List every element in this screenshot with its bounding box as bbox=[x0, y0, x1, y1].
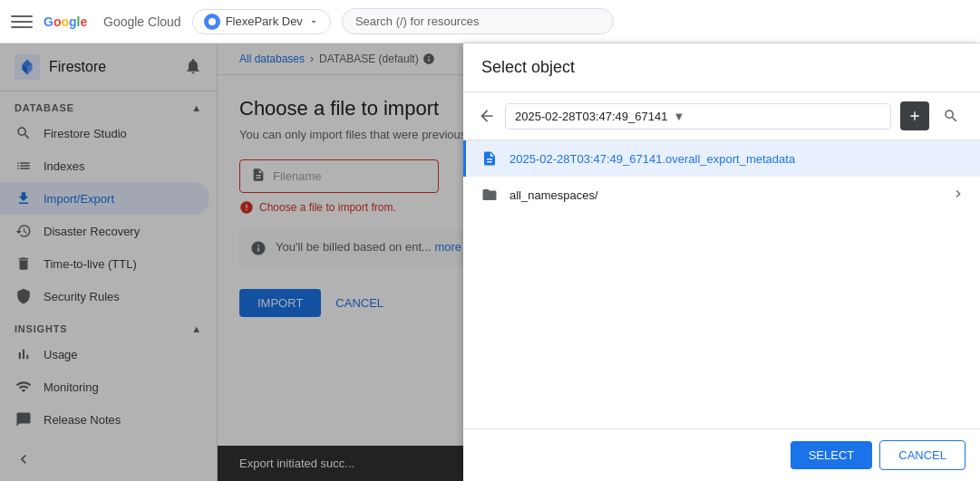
menu-button[interactable] bbox=[11, 11, 33, 33]
svg-text:Google: Google bbox=[44, 14, 87, 29]
search-bar[interactable]: Search (/) for resources bbox=[342, 8, 614, 34]
modal-overlay: Select object 2025-02-28T03:47:49_67141 … bbox=[0, 43, 980, 481]
search-placeholder: Search (/) for resources bbox=[355, 14, 480, 28]
project-icon bbox=[204, 14, 220, 30]
toolbar-icons bbox=[900, 101, 965, 130]
modal-cancel-button[interactable]: CANCEL bbox=[879, 440, 965, 470]
cloud-text: Google Cloud bbox=[103, 14, 181, 29]
project-name: FlexePark Dev bbox=[226, 14, 303, 28]
modal-toolbar: 2025-02-28T03:47:49_67141 ▼ bbox=[463, 92, 980, 140]
folder-icon bbox=[480, 186, 499, 204]
modal-list-item[interactable]: 2025-02-28T03:47:49_67141.overall_export… bbox=[463, 140, 980, 177]
modal-panel: Select object 2025-02-28T03:47:49_67141 … bbox=[463, 43, 980, 481]
path-selector[interactable]: 2025-02-28T03:47:49_67141 ▼ bbox=[505, 103, 891, 130]
back-button[interactable] bbox=[478, 107, 496, 125]
item-chevron-icon bbox=[951, 187, 965, 204]
document-icon bbox=[480, 149, 499, 168]
overlay-backdrop[interactable] bbox=[0, 43, 463, 481]
google-cloud-logo: Google Google Cloud bbox=[44, 12, 181, 32]
item-label: all_namespaces/ bbox=[509, 188, 940, 202]
modal-list: 2025-02-28T03:47:49_67141.overall_export… bbox=[463, 140, 980, 428]
current-path: 2025-02-28T03:47:49_67141 bbox=[515, 110, 667, 123]
modal-list-item[interactable]: all_namespaces/ bbox=[463, 177, 980, 213]
google-logo-svg: Google bbox=[44, 12, 98, 32]
item-label: 2025-02-28T03:47:49_67141.overall_export… bbox=[509, 152, 965, 166]
search-button[interactable] bbox=[936, 101, 965, 130]
select-button[interactable]: SELECT bbox=[791, 441, 873, 469]
modal-header: Select object bbox=[463, 43, 980, 92]
topbar: Google Google Cloud FlexePark Dev Search… bbox=[0, 0, 980, 43]
svg-point-1 bbox=[209, 18, 216, 25]
path-chevron-icon: ▼ bbox=[673, 110, 684, 123]
add-folder-button[interactable] bbox=[900, 101, 929, 130]
modal-title: Select object bbox=[481, 58, 575, 77]
project-selector[interactable]: FlexePark Dev bbox=[192, 9, 331, 34]
chevron-down-icon bbox=[308, 16, 319, 27]
modal-footer: SELECT CANCEL bbox=[463, 428, 980, 481]
